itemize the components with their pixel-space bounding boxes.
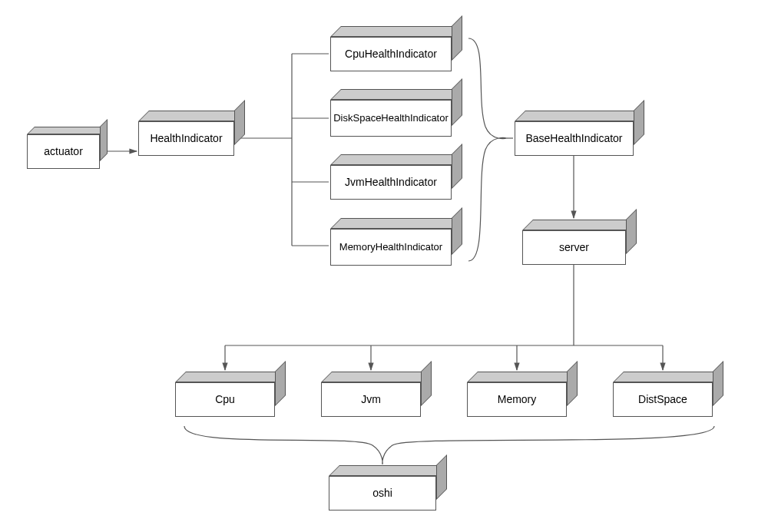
brace-right (468, 38, 507, 261)
label-cpu: Cpu (215, 393, 235, 406)
label-cpu-health-indicator: CpuHealthIndicator (345, 48, 437, 61)
label-server: server (559, 241, 589, 254)
label-memory: Memory (498, 393, 537, 406)
label-base-health-indicator: BaseHealthIndicator (525, 132, 622, 145)
label-dist-space: DistSpace (638, 393, 687, 406)
label-oshi: oshi (372, 487, 392, 500)
diagram-canvas: { "chart_data": { "type": "diagram", "no… (0, 0, 768, 532)
label-actuator: actuator (44, 145, 83, 158)
label-disk-space-health-indicator: DiskSpaceHealthIndicator (333, 112, 449, 124)
label-health-indicator: HealthIndicator (150, 132, 222, 145)
label-jvm-health-indicator: JvmHealthIndicator (345, 176, 437, 189)
label-jvm: Jvm (361, 393, 381, 406)
brace-down (184, 426, 714, 464)
label-memory-health-indicator: MemoryHealthIndicator (339, 241, 442, 253)
connectors (0, 0, 768, 532)
